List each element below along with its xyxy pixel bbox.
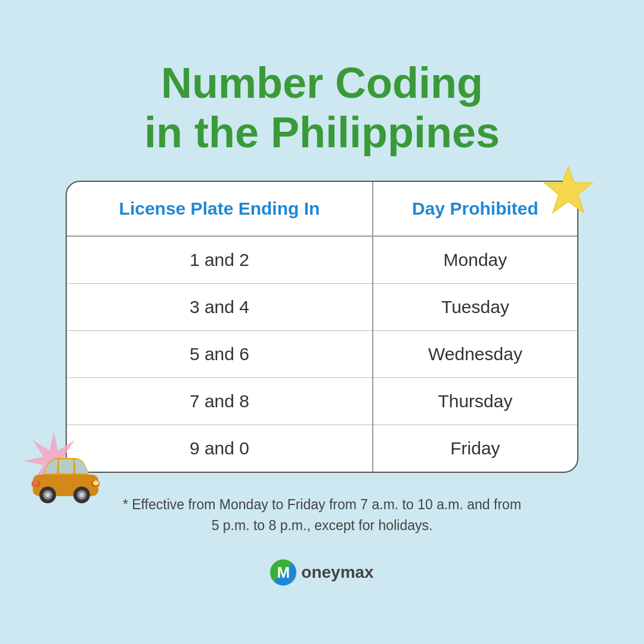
table-wrapper: License Plate Ending In Day Prohibited 1… [66, 181, 578, 473]
day-cell: Friday [373, 425, 577, 472]
table-header-row: License Plate Ending In Day Prohibited [67, 182, 577, 236]
svg-point-13 [32, 481, 38, 485]
table-row: 9 and 0Friday [67, 425, 577, 472]
day-cell: Wednesday [373, 331, 577, 378]
footnote-text: * Effective from Monday to Friday from 7… [78, 494, 566, 535]
col-header-plate: License Plate Ending In [67, 182, 373, 236]
table-row: 5 and 6Wednesday [67, 331, 577, 378]
table-row: 3 and 4Tuesday [67, 284, 577, 331]
plate-cell: 1 and 2 [67, 236, 373, 284]
svg-point-8 [45, 493, 50, 497]
page-wrapper: Number Coding in the Philippines [0, 0, 644, 644]
svg-rect-3 [59, 459, 73, 473]
day-cell: Thursday [373, 378, 577, 425]
day-cell: Monday [373, 236, 577, 284]
svg-point-11 [79, 493, 84, 497]
car-decoration [27, 450, 104, 506]
day-cell: Tuesday [373, 284, 577, 331]
table-row: 1 and 2Monday [67, 236, 577, 284]
brand-name: oneymax [301, 563, 373, 582]
svg-marker-0 [544, 167, 593, 213]
plate-cell: 9 and 0 [67, 425, 373, 472]
table-row: 7 and 8Thursday [67, 378, 577, 425]
page-title: Number Coding in the Philippines [144, 58, 500, 157]
coding-table: License Plate Ending In Day Prohibited 1… [66, 181, 578, 473]
star-icon [541, 164, 595, 218]
svg-point-12 [93, 481, 99, 485]
brand-icon: M [270, 559, 296, 586]
plate-cell: 7 and 8 [67, 378, 373, 425]
plate-cell: 5 and 6 [67, 331, 373, 378]
car-icon [27, 450, 104, 503]
brand-logo: M oneymax [270, 559, 373, 586]
plate-cell: 3 and 4 [67, 284, 373, 331]
